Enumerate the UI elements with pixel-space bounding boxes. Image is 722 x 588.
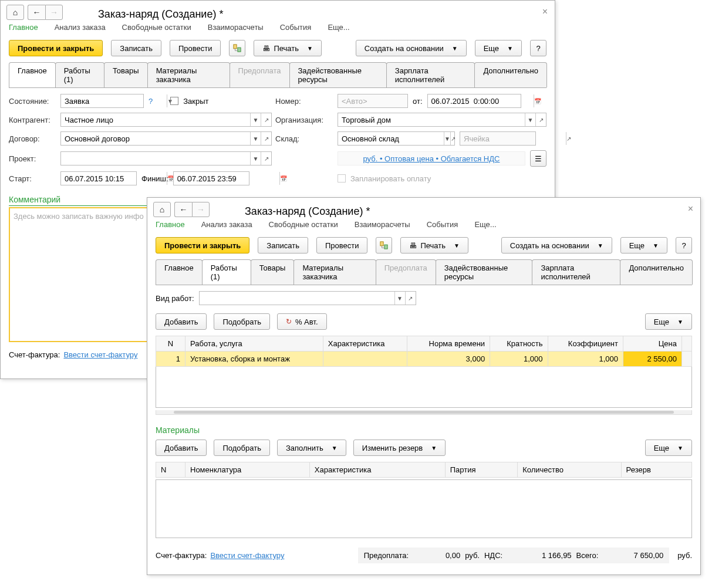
agreement-field[interactable]: ▼ ↗ (60, 131, 272, 146)
start-field[interactable]: 📅 (60, 171, 137, 185)
col-price[interactable]: Цена (623, 336, 682, 352)
project-input[interactable] (61, 154, 250, 163)
back-button[interactable]: ← (174, 202, 192, 217)
nav-more[interactable]: Еще... (328, 23, 349, 32)
open-icon[interactable]: ↗ (261, 132, 271, 145)
state-field[interactable]: ▼ (60, 94, 144, 108)
more-button[interactable]: Еще ▼ (620, 237, 667, 254)
tab-works[interactable]: Работы (1) (55, 62, 104, 87)
calendar-icon[interactable]: 📅 (279, 172, 287, 185)
cell-input[interactable] (460, 134, 566, 143)
tab-salary[interactable]: Зарплата исполнителей (532, 259, 620, 285)
forward-button[interactable]: → (192, 202, 210, 217)
cell-norm[interactable]: 3,000 (407, 352, 490, 367)
col-n[interactable]: N (156, 336, 185, 352)
tab-main[interactable]: Главное (9, 62, 56, 87)
mcol-qty[interactable]: Количество (518, 462, 621, 478)
state-help-link[interactable]: ? (149, 97, 153, 106)
cell-mult[interactable]: 1,000 (490, 352, 548, 367)
tab-goods[interactable]: Товары (251, 259, 295, 285)
post-and-close-button[interactable]: Провести и закрыть (9, 40, 103, 56)
close-icon[interactable]: × (542, 6, 548, 17)
agreement-input[interactable] (61, 134, 250, 143)
number-field[interactable] (338, 94, 408, 108)
chevron-down-icon[interactable]: ▼ (250, 152, 261, 165)
mcol-nom[interactable]: Номенклатура (185, 462, 310, 478)
materials-empty-body[interactable] (156, 479, 692, 538)
mcol-batch[interactable]: Партия (445, 462, 517, 478)
tab-customer-materials[interactable]: Материалы заказчика (293, 259, 376, 285)
tab-main[interactable]: Главное (156, 259, 203, 285)
calendar-icon[interactable]: 📅 (534, 94, 541, 107)
nav-more[interactable]: Еще... (474, 220, 496, 229)
cell-field[interactable]: ↗ (460, 131, 536, 146)
structure-button[interactable] (376, 237, 392, 254)
chevron-down-icon[interactable]: ▼ (525, 113, 535, 126)
chevron-down-icon[interactable]: ▼ (250, 113, 261, 126)
works-row[interactable]: 1 Установка, сборка и монтаж 3,000 1,000… (156, 352, 692, 367)
print-button[interactable]: 🖶 Печать ▼ (400, 237, 468, 254)
warehouse-field[interactable]: ▼ ↗ (338, 131, 455, 146)
post-button[interactable]: Провести (170, 40, 221, 56)
open-icon[interactable]: ↗ (261, 152, 271, 165)
finish-field[interactable]: 📅 (173, 171, 249, 185)
pick-work-button[interactable]: Подобрать (214, 313, 269, 330)
mcol-n[interactable]: N (156, 462, 185, 478)
write-button[interactable]: Записать (111, 40, 161, 56)
home-button[interactable]: ⌂ (6, 5, 24, 20)
open-icon[interactable]: ↗ (405, 292, 416, 305)
nav-events[interactable]: События (427, 220, 458, 229)
print-button[interactable]: 🖶 Печать ▼ (254, 40, 322, 56)
counterparty-field[interactable]: ▼ ↗ (60, 113, 272, 127)
work-type-field[interactable]: ▼ ↗ (199, 291, 416, 305)
create-on-base-button[interactable]: Создать на основании ▼ (356, 40, 467, 56)
nav-settle[interactable]: Взаиморасчеты (208, 23, 264, 32)
materials-more-button[interactable]: Еще ▼ (645, 440, 692, 456)
cell-price[interactable]: 2 550,00 (623, 352, 682, 367)
project-field[interactable]: ▼ ↗ (60, 151, 272, 165)
tab-resources[interactable]: Задействованные ресурсы (436, 259, 533, 285)
tab-customer-materials[interactable]: Материалы заказчика (147, 62, 230, 87)
forward-button[interactable]: → (45, 5, 63, 20)
nav-free[interactable]: Свободные остатки (269, 220, 338, 229)
enter-invoice-link[interactable]: Ввести счет-фактуру (210, 551, 284, 560)
nav-free[interactable]: Свободные остатки (122, 23, 191, 32)
tab-goods[interactable]: Товары (104, 62, 148, 87)
chevron-down-icon[interactable]: ▼ (444, 132, 450, 145)
col-work[interactable]: Работа, услуга (185, 336, 323, 352)
percent-auto-button[interactable]: ↻ % Авт. (277, 313, 327, 330)
organization-input[interactable] (338, 116, 525, 124)
date-field[interactable]: 📅 (427, 94, 521, 108)
tab-works[interactable]: Работы (1) (202, 259, 251, 285)
chevron-down-icon[interactable]: ▼ (250, 132, 261, 145)
mcol-reserve[interactable]: Резерв (621, 462, 691, 478)
price-terms-link[interactable]: руб. • Оптовая цена • Облагается НДС (363, 154, 500, 163)
mcol-spec[interactable]: Характеристика (309, 462, 445, 478)
tab-salary[interactable]: Зарплата исполнителей (386, 62, 475, 87)
col-coef[interactable]: Коэффициент (548, 336, 623, 352)
materials-table[interactable]: N Номенклатура Характеристика Партия Кол… (156, 462, 692, 478)
change-reserve-button[interactable]: Изменить резерв ▼ (353, 440, 446, 456)
works-hscrollbar[interactable] (156, 410, 692, 415)
open-icon[interactable]: ↗ (535, 113, 546, 126)
finish-input[interactable] (174, 174, 279, 183)
works-table[interactable]: N Работа, услуга Характеристика Норма вр… (156, 336, 692, 408)
tab-prepay[interactable]: Предоплата (230, 62, 290, 87)
post-and-close-button[interactable]: Провести и закрыть (156, 237, 249, 254)
structure-button[interactable] (229, 40, 245, 56)
chevron-down-icon[interactable]: ▼ (394, 292, 405, 305)
cell-coef[interactable]: 1,000 (548, 352, 623, 367)
back-button[interactable]: ← (28, 5, 45, 20)
add-work-button[interactable]: Добавить (156, 313, 207, 330)
home-button[interactable]: ⌂ (153, 202, 171, 217)
help-button[interactable]: ? (676, 237, 692, 254)
cell-n[interactable]: 1 (156, 352, 185, 367)
enter-invoice-link[interactable]: Ввести счет-фактуру (63, 350, 137, 359)
tab-resources[interactable]: Задействованные ресурсы (289, 62, 387, 87)
tab-extra[interactable]: Дополнительно (620, 259, 693, 285)
nav-main[interactable]: Главное (156, 220, 185, 229)
create-on-base-button[interactable]: Создать на основании ▼ (501, 237, 612, 254)
col-spec[interactable]: Характеристика (323, 336, 407, 352)
open-icon[interactable]: ↗ (566, 132, 571, 145)
pick-material-button[interactable]: Подобрать (214, 440, 269, 456)
